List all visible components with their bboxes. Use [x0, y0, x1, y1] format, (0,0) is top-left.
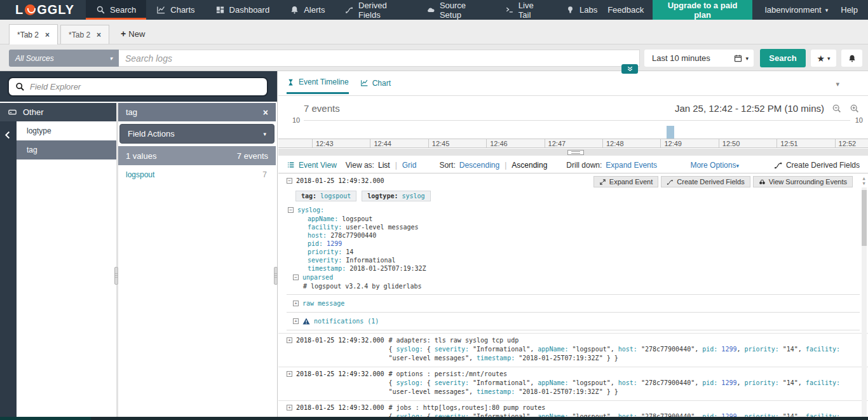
expand-icon[interactable]: +	[287, 371, 292, 377]
expand-icon[interactable]: +	[287, 405, 292, 410]
bell-icon	[848, 54, 857, 63]
nav-item-derived-fields[interactable]: Derived Fields	[335, 0, 416, 20]
close-icon[interactable]: ×	[97, 30, 101, 39]
value-name[interactable]: logspout	[126, 170, 154, 179]
view-as-grid[interactable]: Grid	[402, 161, 417, 170]
more-options-link[interactable]: More Options▾	[690, 161, 739, 170]
collapse-search-badge[interactable]	[621, 64, 638, 74]
timeline-plot	[304, 120, 850, 139]
expand-icon[interactable]: +	[293, 301, 299, 306]
event-body: # options : persist:/mnt/routes{ syslog:…	[388, 370, 860, 396]
event-tag-chips: tag: logspoutlogtype: syslog	[295, 191, 860, 201]
expand-icon[interactable]: +	[293, 318, 299, 324]
tag-chip[interactable]: tag: logspout	[295, 191, 356, 201]
chevron-down-icon: ▾	[827, 55, 831, 62]
loggly-logo[interactable]: L GGLY	[0, 0, 86, 20]
close-icon[interactable]: ×	[45, 30, 50, 39]
event-view-button[interactable]: Event View	[287, 161, 337, 170]
field-explorer-search[interactable]	[8, 77, 268, 97]
create-derived-fields-button[interactable]: Create Derived Fields	[661, 176, 750, 187]
collapse-icon[interactable]: −	[288, 207, 294, 213]
tab-chart[interactable]: Chart	[360, 79, 391, 93]
event-row[interactable]: +2018-01-25 12:49:32.000# options : pers…	[278, 367, 868, 400]
account-menu[interactable]: labenvironment ▾	[761, 5, 828, 15]
event-row-expanded: − 2018-01-25 12:49:32.000 Expand EventCr…	[278, 173, 868, 333]
field-detail-header: tag ×	[118, 103, 276, 121]
chevron-left-icon[interactable]	[3, 130, 13, 140]
saved-searches-button[interactable]: ★ ▾	[811, 50, 836, 67]
field-item-tag[interactable]: tag	[17, 140, 116, 159]
field-item-logtype[interactable]: logtype	[17, 121, 116, 140]
notifications-row[interactable]: + notifications (1)	[287, 316, 860, 326]
syslog-field: pid: 1299	[287, 240, 860, 248]
zoom-out-icon[interactable]	[832, 104, 842, 114]
event-json-summary: { syslog: { severity: "Informational", a…	[388, 345, 860, 363]
collapse-icon[interactable]: −	[293, 274, 299, 280]
expand-events-link[interactable]: Expand Events	[606, 161, 657, 170]
chevron-down-icon[interactable]: ▾	[836, 80, 839, 88]
field-value: user-level messages	[346, 224, 418, 231]
tab-event-timeline[interactable]: Event Timeline	[287, 78, 349, 94]
source-selector[interactable]: All Sources ▾	[9, 50, 119, 67]
star-icon: ★	[817, 53, 825, 64]
timeline-bar[interactable]	[667, 126, 674, 139]
hscroll-thumb[interactable]	[567, 150, 584, 155]
unparsed-value: # logspout v3.2.4 by gliderlabs	[287, 282, 860, 290]
raw-message-row[interactable]: + raw message	[287, 299, 860, 308]
chip-value: logspout	[320, 193, 351, 200]
view-surrounding-events-button[interactable]: View Surrounding Events	[753, 176, 853, 187]
field-value-row[interactable]: logspout7	[118, 165, 276, 184]
axis-tick: 12:50	[719, 139, 740, 147]
nav-item-source-setup[interactable]: Source Setup	[416, 0, 495, 20]
axis-tick: 12:45	[428, 139, 450, 147]
syslog-group: − syslog:	[287, 205, 860, 215]
nav-item-labs[interactable]: Labs	[555, 0, 607, 20]
nav-item-search[interactable]: Search	[86, 0, 146, 20]
splitter-grip[interactable]	[114, 267, 118, 285]
scrollbar-track[interactable]	[862, 187, 867, 420]
expand-icon[interactable]: +	[287, 337, 292, 343]
nav-item-charts[interactable]: Charts	[146, 0, 205, 20]
nav-item-label: Derived Fields	[358, 1, 406, 20]
nav-item-alerts[interactable]: Alerts	[280, 0, 335, 20]
zoom-in-icon[interactable]	[850, 104, 860, 114]
field-actions-dropdown[interactable]: Field Actions ▾	[119, 124, 275, 144]
field-detail-panel: tag × Field Actions ▾ 1 values 7 events …	[118, 103, 276, 184]
tab-2[interactable]: *Tab 2×	[60, 25, 109, 44]
time-range-selector[interactable]: Last 10 minutes ▾	[644, 50, 754, 67]
help-menu[interactable]: ? Help	[837, 5, 858, 15]
scroll-up-arrow[interactable]: ▲	[860, 176, 867, 181]
field-value: 14	[346, 248, 353, 255]
create-derived-fields-button[interactable]: Create Derived Fields	[774, 161, 860, 170]
nav-right: Feedback Upgrade to a paid plan labenvir…	[607, 0, 868, 20]
help-label: Help	[841, 5, 858, 15]
sort-label: Sort:	[439, 161, 455, 170]
splitter-grip[interactable]	[274, 267, 278, 285]
nav-item-live-tail[interactable]: Live Tail	[495, 0, 555, 20]
y-axis-max-right: 10	[855, 116, 863, 124]
search-input[interactable]	[119, 50, 640, 67]
alerts-bell-button[interactable]	[841, 50, 862, 67]
collapse-icon[interactable]: −	[287, 178, 292, 184]
tab-1[interactable]: *Tab 2×	[9, 24, 58, 44]
sort-descending[interactable]: Descending	[459, 161, 499, 170]
nav-item-label: Dashboard	[229, 5, 270, 15]
main-panel: Event Timeline Chart ▾ 7 events Jan 25, …	[278, 71, 868, 420]
view-as-list[interactable]: List	[378, 161, 390, 170]
close-icon[interactable]: ×	[263, 107, 268, 118]
tag-chip[interactable]: logtype: syslog	[362, 191, 430, 201]
event-row[interactable]: +2018-01-25 12:49:32.000# adapters: tls …	[278, 333, 868, 367]
drill-down-label: Drill down:	[566, 161, 602, 170]
field-explorer-input[interactable]	[30, 82, 261, 91]
field-group-other[interactable]: Other	[0, 103, 116, 121]
sort-ascending[interactable]: Ascending	[512, 161, 547, 170]
top-nav: L GGLY SearchChartsDashboardAlertsDerive…	[0, 0, 868, 20]
feedback-link[interactable]: Feedback	[607, 5, 644, 15]
tab-label: *Tab 2	[69, 30, 90, 39]
search-button[interactable]: Search	[760, 49, 806, 67]
nav-item-dashboard[interactable]: Dashboard	[205, 0, 280, 20]
scrollbar-thumb[interactable]	[862, 190, 867, 246]
scroll-down-arrow[interactable]: ▼	[860, 181, 867, 186]
new-tab-button[interactable]: +New	[112, 29, 154, 44]
expand-event-button[interactable]: Expand Event	[593, 176, 659, 187]
